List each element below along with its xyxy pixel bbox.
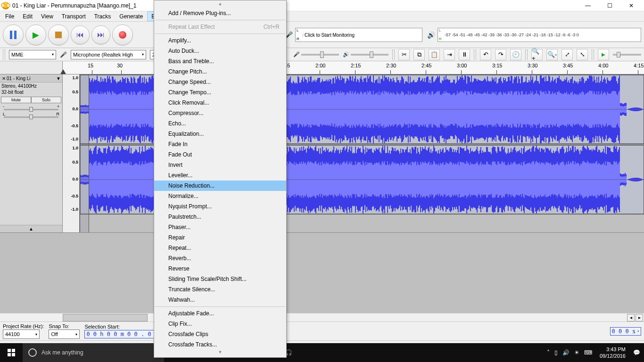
scroll-left-button[interactable]: ◂ <box>627 314 635 321</box>
toolbar-grip-3[interactable] <box>474 49 476 60</box>
menu-normalize[interactable]: Normalize... <box>154 191 286 201</box>
timeline-ruler[interactable]: 015301:452:002:152:302:453:003:153:303:4… <box>0 61 644 74</box>
play-button[interactable]: ▶ <box>25 25 46 45</box>
recording-volume-slider[interactable]: 🎤 <box>293 51 339 58</box>
track-close-icon[interactable]: ✕ <box>1 76 7 81</box>
zoom-in-button[interactable]: 🔍+ <box>531 49 543 60</box>
menu-edit[interactable]: Edit <box>18 11 37 21</box>
menu-clip-fix[interactable]: Clip Fix... <box>154 319 286 329</box>
menu-leveller[interactable]: Leveller... <box>154 170 286 181</box>
record-button[interactable] <box>112 25 133 45</box>
track-header[interactable]: ✕ 01 - King Li ▼ Stereo, 44100Hz 32-bit … <box>0 74 63 232</box>
menu-adjustable-fade[interactable]: Adjustable Fade... <box>154 308 286 319</box>
close-button[interactable]: ✕ <box>620 0 642 11</box>
menu-change-pitch[interactable]: Change Pitch... <box>154 66 286 77</box>
scroll-right-button[interactable]: ▸ <box>636 314 643 321</box>
maximize-button[interactable]: ☐ <box>599 0 620 11</box>
scrollbar-thumb[interactable] <box>63 314 148 321</box>
rec-meter-hint[interactable]: Click to Start Monitoring <box>303 32 356 38</box>
menu-file[interactable]: File <box>1 11 18 21</box>
menu-fade-out[interactable]: Fade Out <box>154 149 286 160</box>
sync-lock-button[interactable]: 🕘 <box>510 49 521 60</box>
playback-meter[interactable]: LR -57 -54 -51 -48 -45 -42 -39 -36 -33 -… <box>438 28 641 42</box>
project-rate-combo[interactable]: 44100▾ <box>3 329 40 339</box>
track-name[interactable]: 01 - King Li <box>7 76 56 81</box>
skip-end-button[interactable]: ⏭ <box>91 25 110 44</box>
silence-button[interactable]: ⏸ <box>459 49 470 60</box>
audio-host-combo[interactable]: MME▾ <box>9 50 56 59</box>
menu-amplify[interactable]: Amplify... <box>154 35 286 46</box>
menu-transport[interactable]: Transport <box>58 11 90 21</box>
menu-reverb[interactable]: Reverb... <box>154 253 286 263</box>
stop-button[interactable] <box>48 25 69 45</box>
menu-change-tempo[interactable]: Change Tempo... <box>154 87 286 98</box>
play-at-speed-button[interactable]: ▶ <box>598 49 609 60</box>
menu-crossfade-clips[interactable]: Crossfade Clips <box>154 329 286 339</box>
tray-battery-icon[interactable]: ▯ <box>554 349 558 356</box>
toolbar-grip-2[interactable] <box>392 49 395 60</box>
selection-end-field[interactable]: 0 0 0 s▾ <box>610 327 641 336</box>
solo-button[interactable]: Solo <box>31 97 61 103</box>
selection-region[interactable] <box>80 74 89 232</box>
toolbar-grip-5[interactable] <box>592 49 594 60</box>
menu-phaser[interactable]: Phaser... <box>154 222 286 232</box>
menu-bass-and-treble[interactable]: Bass and Treble... <box>154 56 286 66</box>
recording-meter[interactable]: LR Click to Start Monitoring 21 -18 -15 … <box>295 28 422 42</box>
menu-auto-duck[interactable]: Auto Duck... <box>154 46 286 56</box>
pause-button[interactable] <box>3 25 24 45</box>
menu-crossfade-tracks[interactable]: Crossfade Tracks... <box>154 339 286 350</box>
menu-wahwah[interactable]: Wahwah... <box>154 295 286 305</box>
empty-track-area[interactable] <box>0 233 644 313</box>
menu-scroll-down-icon[interactable]: ▼ <box>154 350 286 356</box>
menu-click-removal[interactable]: Click Removal... <box>154 98 286 108</box>
toolbar-grip-4[interactable] <box>525 49 528 60</box>
zoom-out-button[interactable]: 🔍- <box>546 49 558 60</box>
copy-button[interactable]: ⧉ <box>413 49 425 60</box>
fit-project-button[interactable]: ⤡ <box>577 49 588 60</box>
tray-chevron-icon[interactable]: ˄ <box>547 349 550 356</box>
minimize-button[interactable]: — <box>577 0 599 11</box>
cortana-search[interactable]: Ask me anything <box>23 343 164 362</box>
tray-keyboard-icon[interactable]: ⌨ <box>584 349 592 356</box>
menu-sliding-time-scale-pitch-shift[interactable]: Sliding Time Scale/Pitch Shift... <box>154 274 286 284</box>
menu-repeat-last-effect[interactable]: Repeat Last EffectCtrl+R <box>154 22 286 32</box>
playback-speed-slider[interactable] <box>613 54 641 56</box>
tray-volume-icon[interactable]: 🔊 <box>562 349 570 356</box>
skip-start-button[interactable]: ⏮ <box>71 25 90 44</box>
trim-button[interactable]: ⇥ <box>444 49 455 60</box>
cut-button[interactable]: ✂ <box>398 49 410 60</box>
notifications-icon[interactable]: 💬 <box>633 349 640 356</box>
menu-invert[interactable]: Invert <box>154 160 286 170</box>
gain-slider[interactable] <box>4 109 58 112</box>
paste-button[interactable]: 📋 <box>429 49 440 60</box>
menu-echo[interactable]: Echo... <box>154 118 286 129</box>
taskbar-clock[interactable]: 3:43 PM 09/12/2016 <box>597 346 628 359</box>
track-collapse-button[interactable]: ▲ <box>0 225 62 232</box>
menu-repeat[interactable]: Repeat... <box>154 243 286 253</box>
tray-weather-icon[interactable]: ☀ <box>574 349 579 356</box>
mute-button[interactable]: Mute <box>1 97 31 103</box>
playback-volume-slider[interactable]: 🔊 <box>343 51 388 58</box>
toolbar-grip[interactable] <box>3 49 5 60</box>
redo-button[interactable]: ↷ <box>495 49 506 60</box>
snap-to-combo[interactable]: Off▾ <box>49 329 80 339</box>
menu-nyquist-prompt[interactable]: Nyquist Prompt... <box>154 201 286 212</box>
menu-fade-in[interactable]: Fade In <box>154 139 286 149</box>
menu-view[interactable]: View <box>37 11 58 21</box>
menu-compressor[interactable]: Compressor... <box>154 108 286 118</box>
pan-slider[interactable] <box>4 116 58 119</box>
menu-reverse[interactable]: Reverse <box>154 263 286 274</box>
start-button[interactable] <box>0 343 23 362</box>
fit-selection-button[interactable]: ⤢ <box>561 49 573 60</box>
menu-repair[interactable]: Repair <box>154 232 286 243</box>
menu-change-speed[interactable]: Change Speed... <box>154 77 286 87</box>
menu-scroll-up-icon[interactable]: ▲ <box>154 1 286 8</box>
menu-equalization[interactable]: Equalization... <box>154 129 286 139</box>
menu-noise-reduction[interactable]: Noise Reduction... <box>154 181 286 191</box>
menu-truncate-silence[interactable]: Truncate Silence... <box>154 284 286 295</box>
horizontal-scrollbar[interactable]: ◂ ▸ <box>0 313 644 321</box>
menu-add-remove-plugins[interactable]: Add / Remove Plug-ins... <box>154 8 286 18</box>
track-menu-chevron-icon[interactable]: ▼ <box>56 76 61 81</box>
menu-paulstretch[interactable]: Paulstretch... <box>154 212 286 222</box>
recording-device-combo[interactable]: Microphone (Realtek High▾ <box>71 50 146 59</box>
